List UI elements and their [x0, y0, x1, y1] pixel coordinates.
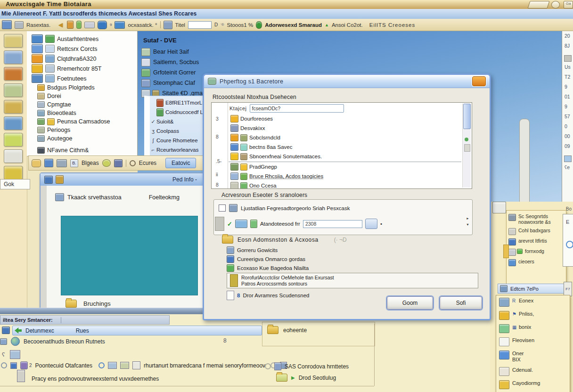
ped-tool-icon-2[interactable]	[56, 175, 64, 184]
listbox-row[interactable]: Ono Ccesa	[229, 181, 461, 189]
dialog-titlebar[interactable]: Phperftog s1 Bacretore	[204, 75, 490, 88]
list-icon[interactable]	[15, 21, 24, 29]
tree-item[interactable]: Foetnutees	[27, 74, 137, 83]
subtree-item[interactable]: ʃ Coure Rhometee	[150, 136, 210, 145]
lower-panel-item[interactable]: ▦ bonix	[499, 324, 569, 333]
spin-right-icon[interactable]: ►	[466, 217, 469, 220]
rail-tool-icon[interactable]	[4, 83, 23, 97]
listbox-row[interactable]: Bruce Rhcsiia, Acdos taogicies	[229, 172, 461, 181]
panel-icon[interactable]	[115, 21, 125, 29]
blue-square-icon[interactable]	[10, 362, 17, 369]
tree-item[interactable]: Dorei	[27, 92, 137, 100]
chart-area[interactable]	[61, 216, 198, 295]
tree-item[interactable]: Cpmgtae	[27, 100, 137, 109]
checkbox-row-2[interactable]: ✓ Atandoteesod frr •	[215, 217, 382, 231]
sas-row[interactable]: SAS Conrodova hrnttetes	[265, 362, 349, 370]
ped-column-2[interactable]: Foelteokmg	[149, 194, 180, 201]
rail-tool-icon[interactable]	[4, 67, 23, 81]
option-row[interactable]: Ecoxaso Kue Bagedoa Nlailta	[227, 263, 309, 272]
note-box[interactable]: RorofurlAccctclisr OeMehole tlan Exursas…	[227, 273, 478, 288]
subtree-item[interactable]: Coidnucocedf Lesa	[150, 107, 210, 117]
right-panel-header[interactable]: Edtcm 7ePo F7	[498, 284, 572, 294]
title-bar[interactable]: Awuxcisgale Time Biotaiara Ga	[0, 0, 573, 9]
gok-label[interactable]: Gok	[0, 179, 30, 189]
subpanel-item[interactable]: cieoers	[508, 259, 565, 266]
swirl-glyph-icon[interactable]: ʕ	[2, 351, 5, 358]
back-arrow-icon[interactable]: ◄	[57, 21, 64, 29]
subtree-item[interactable]: ⌐ Rceurtworlearvas	[150, 145, 210, 155]
window-maximize-icon[interactable]	[551, 1, 560, 8]
rail-tool-icon[interactable]	[4, 149, 23, 163]
dialog-bottom-row[interactable]: 8 Dror Avramres Scudensned	[227, 291, 309, 300]
combo-input[interactable]	[250, 104, 344, 113]
menu-items[interactable]: Mie Alienereot F. Yattl bcsrodferds thic…	[1, 10, 196, 17]
listbox-row[interactable]: Desvakixx	[229, 123, 461, 133]
checkbox-unchecked[interactable]	[219, 204, 226, 212]
ring-icon[interactable]	[1, 362, 7, 368]
subpanel-item[interactable]: arevrot Itfirtis	[508, 238, 565, 245]
bottom-row-5-label[interactable]: Pracy ens podnovoutrwreexsternd vuvxdeer…	[32, 376, 159, 382]
rail-tool-icon[interactable]	[4, 34, 23, 48]
tree-item[interactable]: Austarhtentrees	[27, 34, 137, 44]
refresh-ring-icon[interactable]	[98, 362, 105, 368]
person-icon[interactable]	[20, 361, 28, 369]
interval-field[interactable]	[303, 220, 362, 228]
browse-button[interactable]	[365, 219, 377, 229]
window-minimize-icon[interactable]	[527, 1, 549, 8]
scrollbar-thumb[interactable]	[463, 104, 471, 129]
cards-icon[interactable]	[84, 22, 95, 28]
rail-tool-icon[interactable]	[4, 166, 23, 180]
b-icon[interactable]: B.	[70, 159, 78, 167]
stack-icon[interactable]	[114, 159, 123, 167]
box-icon[interactable]	[10, 350, 20, 359]
option-row[interactable]: Cureerigva Onmarco gordas	[227, 254, 309, 263]
listbox-row[interactable]: Sbnoerxfneai Sonutemataces.	[229, 152, 461, 161]
device-icon[interactable]	[44, 159, 53, 167]
dialog-close-button[interactable]	[472, 76, 486, 86]
checkmark-icon[interactable]: ✓	[227, 220, 232, 228]
checkbox-row-1[interactable]: Ljustatlian Fegresadtorgeorlo Sriah Pesx…	[219, 204, 350, 212]
subtree-item[interactable]: ʒ Coolpass	[150, 126, 210, 136]
hand-icon[interactable]	[32, 159, 41, 167]
person-icon[interactable]	[67, 21, 74, 29]
lower-panel-item[interactable]: Cayodiormg	[499, 380, 569, 389]
filter-icon[interactable]	[2, 327, 10, 334]
spinner-arrows[interactable]: ► ▼	[466, 217, 469, 226]
card-icon[interactable]	[108, 362, 117, 369]
menu-bar[interactable]: Mie Alienereot F. Yattl bcsrodferds thic…	[0, 9, 573, 19]
tree-item[interactable]: Clqtdhra6A320	[27, 54, 137, 64]
eatovic-tab[interactable]: Eatovic	[165, 158, 196, 168]
tree-item[interactable]: NFavne Cithm&	[27, 146, 137, 155]
subpanel-item[interactable]: Cohl badxgars	[508, 228, 565, 235]
ped-window-titlebar[interactable]: Ped Info -	[41, 173, 204, 186]
listbox-row[interactable]: Dourforeoses	[229, 114, 461, 123]
cancel-button[interactable]: Sofi	[440, 296, 482, 310]
rail-tool-icon[interactable]	[4, 50, 23, 64]
tree-item[interactable]: Peunsa Camsadose	[27, 117, 137, 126]
listbox-scrollbar[interactable]	[462, 104, 471, 188]
ring-icon[interactable]	[130, 160, 136, 166]
ok-button[interactable]: Goom	[387, 296, 433, 310]
window-close-icon[interactable]: Ga	[564, 1, 573, 8]
option-row[interactable]: Gorreru Gowicits	[227, 245, 309, 254]
tree-item[interactable]: Bsdgus Plolgrteds	[27, 83, 137, 92]
lower-panel-item[interactable]: OnerBIX	[499, 351, 569, 363]
tree-icon[interactable]	[256, 21, 262, 29]
ped-footer-row[interactable]: Bruchings	[65, 300, 111, 308]
subtree-item[interactable]: ✓ Suioit&	[150, 117, 210, 126]
listbox-row[interactable]: Sobclsrndcld	[229, 133, 461, 142]
result-row-2[interactable]: Becooenatlhuds Breoun Rutnets	[0, 337, 105, 346]
spin-down-icon[interactable]: ▼	[466, 223, 469, 226]
tree-item[interactable]: Rremerhcotr 85T	[27, 64, 137, 74]
tree-item[interactable]: Aoutegoe	[27, 134, 137, 143]
drod-row[interactable]: ▶ Drod Seotlulug	[276, 374, 336, 382]
blgeas-button[interactable]: Blgeas	[82, 160, 99, 166]
toolbar-stooos-button[interactable]: Stooos1 %	[227, 22, 254, 28]
permissions-row[interactable]: Eosn Adomsnston & Acxoosa (· ¬D	[222, 236, 347, 244]
toolbar-ansoi-button[interactable]: Ansoi Co2ot.	[332, 22, 363, 28]
tree-item[interactable]: Rettcsrx Corcts	[27, 44, 137, 54]
toolbar-eillts-button[interactable]: EillTS Creoeses	[369, 22, 415, 28]
frame-icon[interactable]	[132, 361, 140, 369]
bottom-label-left[interactable]: Poontecuid Otafcantes	[35, 362, 92, 369]
toolbar-rasextas-button[interactable]: Rasextas.	[26, 22, 50, 28]
